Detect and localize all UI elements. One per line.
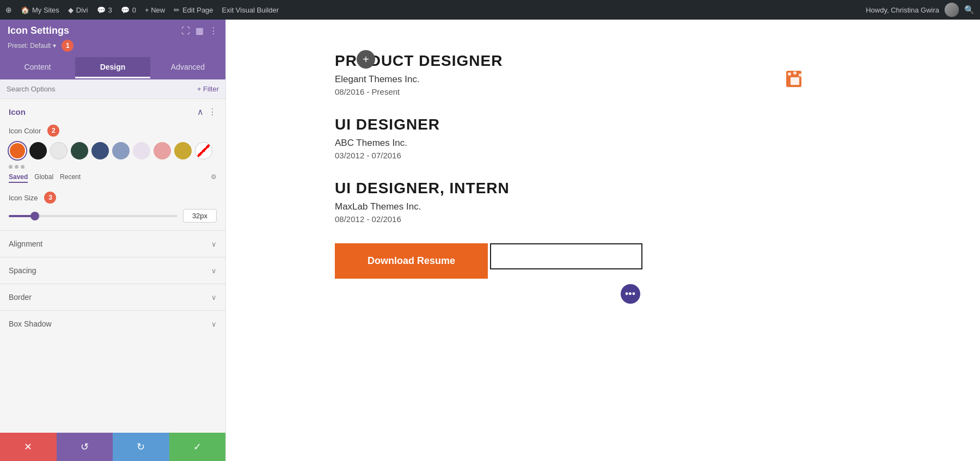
job-dates-3: 08/2012 - 02/2016 [335,214,926,224]
undo-button[interactable]: ↺ [57,433,113,461]
palette-icon-area[interactable] [784,69,806,93]
floating-dots-button[interactable]: ••• [621,284,640,304]
home-icon: 🏠 [21,6,29,14]
color-swatch-orange[interactable] [9,142,26,159]
columns-icon[interactable]: ▦ [195,26,204,36]
more-icon[interactable]: ⋮ [209,26,218,36]
color-more-dots [9,165,217,169]
icon-section-controls: ∧ ⋮ [197,107,217,117]
filter-button[interactable]: + Filter [197,85,219,93]
tab-content[interactable]: Content [0,57,75,78]
preset-dropdown-icon: ▾ [53,42,56,50]
right-panel: + PRODUCT DESIGNER Elegant Themes Inc. 0… [226,20,980,461]
panel-preset: Preset: Default ▾ 1 [8,40,218,52]
comments-item[interactable]: 💬 3 [97,6,112,14]
color-tab-saved[interactable]: Saved [9,173,28,183]
search-icon[interactable]: 🔍 [964,5,975,15]
divi-item[interactable]: ◆ Divi [68,6,88,14]
spacing-title: Spacing [9,266,36,275]
spacing-section[interactable]: Spacing ∨ [0,257,225,284]
comments-zero-count: 0 [132,6,136,14]
exit-vb-label: Exit Visual Builder [222,6,279,14]
download-resume-button[interactable]: Download Resume [335,243,488,279]
new-item[interactable]: + New [145,6,165,14]
color-swatch-darkgreen[interactable] [71,142,88,159]
color-swatch-navy[interactable] [91,142,109,159]
panel-header-icons: ⛶ ▦ ⋮ [181,26,218,36]
undo-icon: ↺ [81,441,89,453]
edit-icon: ✏ [174,6,180,14]
avatar-image [945,3,959,17]
job-entry-1: PRODUCT DESIGNER Elegant Themes Inc. 08/… [335,52,926,96]
color-swatch-pink[interactable] [154,142,171,159]
job-dates-1: 08/2016 - Present [335,87,926,96]
new-label: + New [145,6,165,14]
svg-rect-1 [791,77,799,85]
job-entry-3: UI DESIGNER, INTERN MaxLab Themes Inc. 0… [335,180,926,224]
color-swatch-lavender[interactable] [133,142,150,159]
icon-size-slider-track[interactable] [9,215,177,217]
confirm-icon: ✓ [193,441,201,453]
svg-point-2 [788,72,791,76]
spacing-arrow: ∨ [211,267,217,275]
my-sites-item[interactable]: 🏠 My Sites [21,6,59,14]
color-tab-global[interactable]: Global [34,173,53,183]
alignment-title: Alignment [9,239,42,248]
job-dates-2: 03/2012 - 07/2016 [335,151,926,160]
bottom-bar: ✕ ↺ ↻ ✓ [0,433,225,461]
tab-advanced[interactable]: Advanced [150,57,225,78]
top-bar-right: Howdy, Christina Gwira 🔍 [866,3,975,17]
color-tab-settings-icon[interactable]: ⚙ [211,173,217,183]
main-layout: Icon Settings ⛶ ▦ ⋮ Preset: Default ▾ 1 … [0,20,980,461]
edit-page-item[interactable]: ✏ Edit Page [174,6,213,14]
job-company-1: Elegant Themes Inc. [335,74,926,85]
wp-logo-icon: ⊕ [5,5,12,14]
icon-size-value[interactable]: 32px [183,209,217,223]
step-badge-2: 2 [47,125,59,137]
expand-icon[interactable]: ⛶ [181,26,190,36]
box-shadow-title: Box Shadow [9,319,52,328]
cancel-button[interactable]: ✕ [0,433,57,461]
panel-content: Icon ∧ ⋮ Icon Color 2 [0,99,225,433]
palette-icon [784,69,806,90]
edit-page-label: Edit Page [182,6,213,14]
icon-size-slider-thumb[interactable] [30,212,39,220]
box-shadow-section[interactable]: Box Shadow ∨ [0,310,225,337]
color-swatch-white[interactable] [50,142,68,159]
icon-color-label: Icon Color 2 [9,125,217,137]
job-company-2: ABC Themes Inc. [335,138,926,149]
color-tab-recent[interactable]: Recent [60,173,81,183]
redo-button[interactable]: ↻ [113,433,169,461]
wordpress-icon[interactable]: ⊕ [5,5,12,14]
icon-size-label: Icon Size 3 [9,192,217,204]
svg-point-4 [799,73,802,77]
step-badge-1: 1 [62,40,74,52]
exit-vb-item[interactable]: Exit Visual Builder [222,6,279,14]
job-company-3: MaxLab Themes Inc. [335,201,926,212]
confirm-button[interactable]: ✓ [169,433,226,461]
comments-zero-icon: 💬 [121,6,130,14]
tab-design[interactable]: Design [75,57,150,78]
download-btn-outline [490,243,642,269]
color-swatch-gold[interactable] [174,142,192,159]
add-row-button[interactable]: + [357,50,375,69]
border-arrow: ∨ [211,293,217,302]
search-input[interactable] [7,85,193,93]
top-bar: ⊕ 🏠 My Sites ◆ Divi 💬 3 💬 0 + New ✏ Edit… [0,0,980,20]
job-title-2: UI DESIGNER [335,116,926,133]
avatar[interactable] [945,3,959,17]
panel-title: Icon Settings [8,25,69,36]
panel-title-row: Icon Settings ⛶ ▦ ⋮ [8,25,218,36]
border-section[interactable]: Border ∨ [0,284,225,310]
panel-header: Icon Settings ⛶ ▦ ⋮ Preset: Default ▾ 1 [0,20,225,57]
comments-zero-item[interactable]: 💬 0 [121,6,136,14]
svg-point-3 [793,71,797,75]
icon-section-toggle[interactable]: ∧ [197,107,204,117]
comments-count: 3 [108,6,112,14]
alignment-section[interactable]: Alignment ∨ [0,230,225,257]
job-title-1: PRODUCT DESIGNER [335,52,926,70]
color-swatch-slate[interactable] [112,142,130,159]
color-swatch-none[interactable] [195,142,212,159]
icon-section-more[interactable]: ⋮ [208,107,217,117]
color-swatch-black[interactable] [29,142,47,159]
